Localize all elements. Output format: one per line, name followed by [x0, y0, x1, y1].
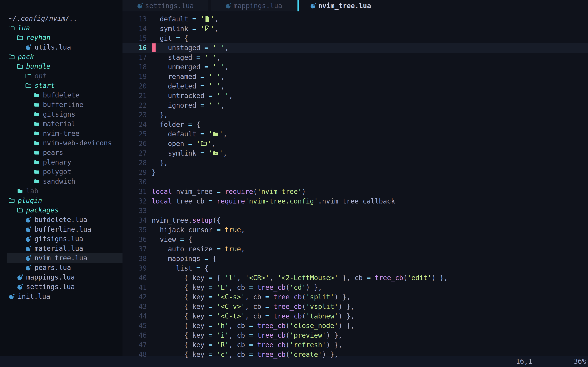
token-str: ' [221, 44, 225, 52]
tree-item-sandwich[interactable]: sandwich [0, 176, 122, 186]
tab-nvim-tree-lua[interactable]: nvim_tree.lua [299, 0, 371, 11]
tree-item-plenary[interactable]: plenary [0, 157, 122, 167]
tree-item-material.lua[interactable]: material.lua [0, 244, 122, 253]
tree-item-reyhan[interactable]: reyhan [0, 33, 122, 42]
token-id [253, 341, 257, 349]
tree-item-nvim-web-devicons[interactable]: nvim-web-devicons [0, 138, 122, 148]
tree-item-label: bufdelete [43, 91, 79, 99]
code-line-14[interactable]: 14 symlink = '', [122, 24, 588, 33]
token-id: { key [152, 293, 208, 301]
tree-item-plugin[interactable]: plugin [0, 196, 122, 205]
token-str: 'c' [217, 350, 229, 359]
code-line-19[interactable]: 19 renamed = '', [122, 72, 588, 81]
tree-item-bufdelete.lua[interactable]: bufdelete.lua [0, 215, 122, 225]
code-line-42[interactable]: 42 { key = '<C-s>', cb = tree_cb('split'… [122, 292, 588, 302]
code-line-32[interactable]: 32local tree_cb = require'nvim-tree.conf… [122, 196, 588, 206]
code-line-47[interactable]: 47 { key = 'R', cb = tree_cb('refresh') … [122, 340, 588, 350]
code-line-30[interactable]: 30 [122, 177, 588, 187]
code-line-15[interactable]: 15 git = { [122, 33, 588, 43]
folder-closed-icon [34, 92, 40, 98]
tree-item-label: bundle [26, 62, 51, 70]
code-line-29[interactable]: 29} [122, 167, 588, 177]
tree-item-lua[interactable]: lua [0, 23, 122, 33]
token-id: ) }, [326, 331, 342, 339]
line-number: 20 [122, 81, 147, 91]
token-id: deleted [152, 82, 200, 90]
tree-item-utils.lua[interactable]: utils.lua [0, 42, 122, 52]
code-line-18[interactable]: 18 unmerged = '', [122, 62, 588, 72]
tab-mappings-lua[interactable]: mappings.lua [211, 0, 297, 11]
tree-item-init.lua[interactable]: init.lua [0, 292, 122, 301]
code-line-20[interactable]: 20 deleted = '', [122, 81, 588, 91]
token-id: ( [253, 188, 257, 196]
token-op: = [208, 341, 213, 349]
code-line-34[interactable]: 34nvim_tree.setup({ [122, 216, 588, 225]
code-line-31[interactable]: 31local nvim_tree = require('nvim-tree') [122, 187, 588, 196]
code-line-33[interactable]: 33 [122, 206, 588, 216]
code-line-40[interactable]: 40 { key = { 'l', '<CR>', '<2-LeftMouse>… [122, 273, 588, 283]
tree-item-opt[interactable]: opt [0, 71, 122, 81]
folder-closed-icon [34, 169, 40, 174]
tree-item-nvim-tree[interactable]: nvim-tree [0, 129, 122, 138]
code-line-38[interactable]: 38 mappings = { [122, 254, 588, 263]
code-line-37[interactable]: 37 auto_resize = true, [122, 244, 588, 254]
tree-item-nvim_tree.lua[interactable]: nvim_tree.lua [0, 253, 122, 263]
code-line-44[interactable]: 44 { key = '<C-t>', cb = tree_cb('tabnew… [122, 311, 588, 321]
tree-item-pears.lua[interactable]: pears.lua [0, 263, 122, 272]
code-line-26[interactable]: 26 open = '', [122, 139, 588, 149]
tree-item-gitsigns[interactable]: gitsigns [0, 109, 122, 119]
tree-item-bufferline.lua[interactable]: bufferline.lua [0, 225, 122, 234]
code-line-21[interactable]: 21 untracked = '', [122, 91, 588, 100]
code-line-22[interactable]: 22 ignored = '', [122, 100, 588, 110]
tree-item-bufdelete[interactable]: bufdelete [0, 90, 122, 100]
token-id [253, 350, 257, 359]
code-line-17[interactable]: 17 staged = '', [122, 53, 588, 62]
code-line-23[interactable]: 23 }, [122, 110, 588, 120]
lua-file-icon [25, 226, 31, 233]
token-str: '<C-v>' [217, 303, 245, 310]
code-line-43[interactable]: 43 { key = '<C-v>', cb = tree_cb('vsplit… [122, 302, 588, 311]
tree-item-settings.lua[interactable]: settings.lua [0, 282, 122, 292]
token-id: { key [152, 341, 208, 349]
line-number: 15 [122, 33, 147, 43]
tree-item-pears[interactable]: pears [0, 148, 122, 157]
tree-item-bufferline[interactable]: bufferline [0, 100, 122, 109]
tree-item-polygot[interactable]: polygot [0, 167, 122, 176]
tree-item-packages[interactable]: packages [0, 205, 122, 215]
tab-settings-lua[interactable]: settings.lua [122, 0, 208, 11]
code-line-35[interactable]: 35 hijack_cursor = true, [122, 225, 588, 235]
token-op: = [204, 44, 208, 52]
token-str: ' [210, 25, 214, 33]
code-line-41[interactable]: 41 { key = 'L', cb = tree_cb('cd') }, [122, 283, 588, 292]
code-line-39[interactable]: 39 list = { [122, 263, 588, 273]
tree-item-bundle[interactable]: bundle [0, 62, 122, 71]
code-line-13[interactable]: 13 default = '', [122, 14, 588, 24]
token-id: { [184, 235, 192, 243]
code-text: } [147, 168, 156, 176]
token-str: 'nvim-tree' [257, 188, 302, 196]
code-line-36[interactable]: 36 view = { [122, 235, 588, 244]
token-str: ' [208, 149, 213, 157]
code-line-46[interactable]: 46 { key = 'i', cb = tree_cb('preview') … [122, 331, 588, 340]
code-line-45[interactable]: 45 { key = 'h', cb = tree_cb('close_node… [122, 321, 588, 331]
scroll-percent: 36% [574, 356, 586, 367]
tree-item-mappings.lua[interactable]: mappings.lua [0, 272, 122, 282]
code-line-24[interactable]: 24 folder = { [122, 120, 588, 129]
code-line-28[interactable]: 28 }, [122, 158, 588, 167]
tree-item-pack[interactable]: pack [0, 52, 122, 62]
code-line-25[interactable]: 25 default = '', [122, 129, 588, 139]
line-number: 44 [122, 311, 147, 321]
token-op: = [188, 120, 192, 128]
tree-item-gitsigns.lua[interactable]: gitsigns.lua [0, 234, 122, 244]
tree-item-lab[interactable]: lab [0, 186, 122, 196]
code-line-27[interactable]: 27 symlink = '', [122, 149, 588, 158]
tree-item-material[interactable]: material [0, 119, 122, 129]
token-id: ) }, [338, 322, 355, 330]
tree-item-label: pears.lua [35, 264, 71, 272]
tree-item-start[interactable]: start [0, 81, 122, 90]
token-id [204, 149, 208, 157]
lua-file-icon [17, 274, 23, 280]
code-line-16[interactable]: 16 unstaged = '', [122, 43, 588, 53]
tree-root-path[interactable]: ~/.config/nvim/.. [0, 14, 122, 23]
tree-item-label: utils.lua [35, 43, 71, 51]
